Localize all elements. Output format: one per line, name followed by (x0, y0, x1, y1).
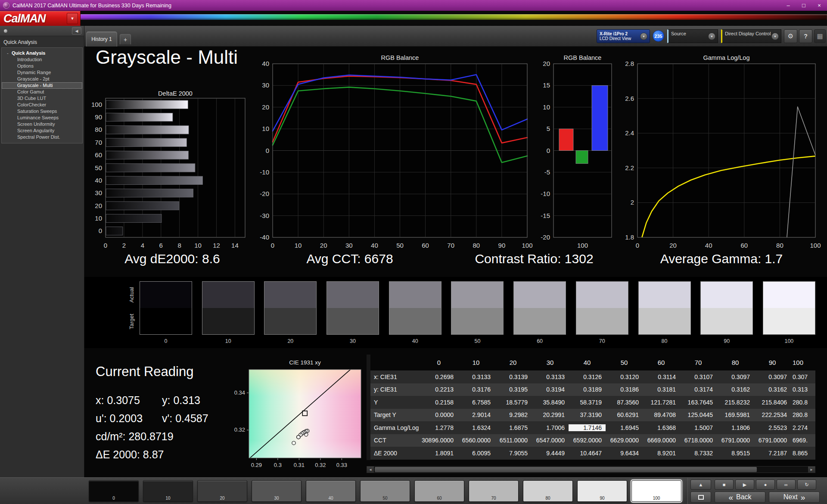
sidebar-item-colorchecker[interactable]: ColorChecker (2, 102, 82, 108)
table-cell[interactable]: 0.3162 (754, 386, 791, 393)
table-cell[interactable]: 6.7585 (457, 399, 494, 406)
table-cell[interactable]: 6592.0000 (569, 437, 606, 444)
pattern-button-50[interactable]: 50 (360, 480, 410, 502)
sidebar-item-grayscale-2pt[interactable]: Grayscale - 2pt (2, 76, 82, 82)
table-cell[interactable]: 0.3176 (457, 386, 494, 393)
layout-button[interactable]: ▦ (814, 29, 826, 43)
next-button[interactable]: Next » (769, 492, 820, 503)
table-cell[interactable]: 0.3186 (606, 386, 643, 393)
stop-button[interactable]: ■ (715, 479, 734, 490)
table-cell[interactable]: 1.5007 (680, 424, 717, 431)
chevron-down-icon[interactable]: ▼ (640, 33, 647, 40)
table-cell[interactable]: 87.3560 (606, 399, 643, 406)
pattern-button-20[interactable]: 20 (197, 480, 247, 502)
sidebar-item-luminance-sweeps[interactable]: Luminance Sweeps (2, 115, 82, 121)
table-cell[interactable]: 7.2187 (754, 450, 791, 457)
table-cell[interactable]: 2.9014 (457, 411, 494, 418)
pattern-button-80[interactable]: 80 (523, 480, 573, 502)
table-cell[interactable]: 1.7146 (569, 424, 606, 431)
scroll-thumb[interactable] (375, 467, 757, 472)
table-cell[interactable]: 0.3120 (606, 373, 643, 380)
table-cell[interactable]: 6629.0000 (606, 437, 643, 444)
table-cell[interactable]: 20.2991 (532, 411, 569, 418)
table-cell[interactable]: 0.3097 (717, 373, 754, 380)
chevron-down-icon[interactable]: ▼ (708, 33, 715, 40)
table-cell[interactable]: 9.2982 (494, 411, 532, 418)
sidebar-item-quick-analysis[interactable]: -Quick Analysis (2, 50, 82, 56)
table-cell[interactable]: 1.2778 (420, 424, 457, 431)
table-cell[interactable]: 58.3719 (569, 399, 606, 406)
table-cell[interactable]: 1.6875 (494, 424, 532, 431)
sidebar-item-saturation-sweeps[interactable]: Saturation Sweeps (2, 108, 82, 115)
table-cell[interactable]: 0.313 (791, 386, 815, 393)
table-cell[interactable]: 215.8406 (754, 399, 791, 406)
pattern-button-90[interactable]: 90 (577, 480, 627, 502)
table-cell[interactable]: 2.5523 (754, 424, 791, 431)
refresh-button[interactable]: ↻ (797, 479, 816, 490)
back-button[interactable]: « Back (715, 492, 765, 503)
table-cell[interactable]: 60.6291 (606, 411, 643, 418)
table-cell[interactable]: 6560.0000 (457, 437, 494, 444)
table-cell[interactable]: 0.3133 (457, 373, 494, 380)
table-cell[interactable]: 1.7006 (532, 424, 569, 431)
table-cell[interactable]: 1.1806 (717, 424, 754, 431)
table-cell[interactable]: 8.9201 (643, 450, 680, 457)
table-cell[interactable]: 6791.0000 (717, 437, 754, 444)
minimize-button[interactable]: – (780, 0, 796, 11)
table-cell[interactable]: 1.6945 (606, 424, 643, 431)
sidebar-item-dynamic-range[interactable]: Dynamic Range (2, 69, 82, 76)
table-cell[interactable]: 163.7645 (680, 399, 717, 406)
table-cell[interactable]: 1.8091 (420, 450, 457, 457)
table-cell[interactable]: 6511.0000 (494, 437, 532, 444)
table-cell[interactable]: 125.0445 (680, 411, 717, 418)
table-cell[interactable]: 10.4647 (569, 450, 606, 457)
help-button[interactable]: ? (799, 29, 812, 43)
display-control-dropdown[interactable]: Direct Display Control ▼ (721, 29, 781, 43)
sidebar-item-color-gamut[interactable]: Color Gamut (2, 89, 82, 95)
table-cell[interactable]: 9.4449 (532, 450, 569, 457)
tree-expander-icon[interactable]: - (7, 50, 12, 56)
table-cell[interactable]: 0.2158 (420, 399, 457, 406)
table-cell[interactable]: 280.8 (791, 399, 815, 406)
scroll-track[interactable] (374, 467, 808, 473)
table-cell[interactable]: 0.3114 (643, 373, 680, 380)
table-cell[interactable]: 0.3107 (680, 373, 717, 380)
table-cell[interactable]: 30896.0000 (420, 437, 457, 444)
table-cell[interactable]: 9.6434 (606, 450, 643, 457)
table-cell[interactable]: 121.7281 (643, 399, 680, 406)
table-cell[interactable]: 6791.0000 (754, 437, 791, 444)
sidebar-collapse-button[interactable]: ◀ (72, 27, 81, 34)
table-cell[interactable]: 0.2213 (420, 386, 457, 393)
logo-dropdown-arrow-icon[interactable]: ▼ (67, 13, 78, 24)
table-cell[interactable]: 0.3181 (643, 386, 680, 393)
table-cell[interactable]: 18.5779 (494, 399, 532, 406)
add-tab-button[interactable]: + (120, 34, 131, 44)
close-button[interactable]: × (811, 0, 827, 11)
table-cell[interactable]: 8.7332 (680, 450, 717, 457)
table-cell[interactable]: 169.5981 (717, 411, 754, 418)
table-cell[interactable]: 0.307 (791, 373, 815, 380)
eject-button[interactable]: ▲ (690, 479, 711, 490)
table-cell[interactable]: 6718.0000 (680, 437, 717, 444)
table-hscrollbar[interactable]: ◄ ► (367, 466, 815, 473)
table-cell[interactable]: 6547.0000 (532, 437, 569, 444)
table-cell[interactable]: 0.3126 (569, 373, 606, 380)
table-cell[interactable]: 0.3133 (532, 373, 569, 380)
loop-button[interactable]: ∞ (777, 479, 796, 490)
pattern-button-60[interactable]: 60 (414, 480, 464, 502)
table-cell[interactable]: 0.3162 (717, 386, 754, 393)
settings-button[interactable]: ⚙ (784, 29, 797, 43)
sidebar-item-screen-angularity[interactable]: Screen Angularity (2, 128, 82, 134)
table-cell[interactable]: 2.274 (791, 424, 815, 431)
table-cell[interactable]: 8.865 (791, 450, 815, 457)
table-cell[interactable]: 8.9515 (717, 450, 754, 457)
source-dropdown[interactable]: Source ▼ (667, 29, 718, 43)
table-cell[interactable]: 7.9055 (494, 450, 532, 457)
play-button[interactable]: ▶ (735, 479, 754, 490)
workflow-menu-dot-icon[interactable] (4, 29, 7, 33)
table-cell[interactable]: 6.0095 (457, 450, 494, 457)
meter-dropdown[interactable]: X-Rite i1Pro 2 LCD Direct View ▼ (597, 29, 650, 43)
table-cell[interactable]: 0.3139 (494, 373, 532, 380)
table-cell[interactable]: 215.8232 (717, 399, 754, 406)
table-cell[interactable]: 280.8 (791, 411, 815, 418)
